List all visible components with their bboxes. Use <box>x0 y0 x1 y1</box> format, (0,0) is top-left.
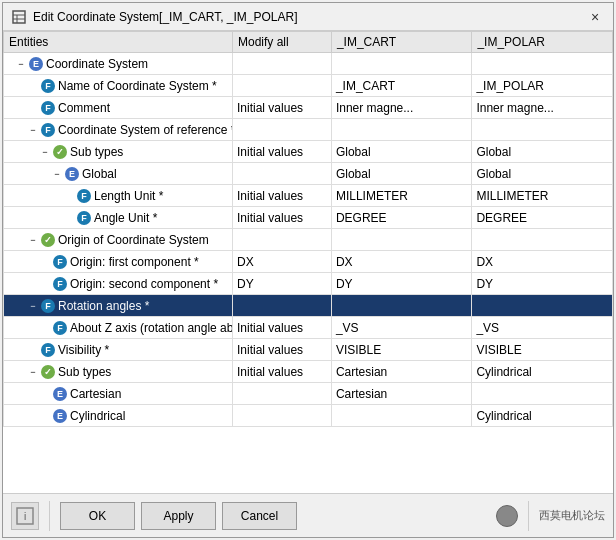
cart-cell <box>331 405 472 427</box>
row-label: Angle Unit * <box>94 211 157 225</box>
table-row: −FCoordinate System of reference * <box>4 119 613 141</box>
row-icon: F <box>41 299 55 313</box>
polar-cell <box>472 53 613 75</box>
entity-cell-cylindrical: ECylindrical <box>4 405 233 427</box>
polar-cell <box>472 119 613 141</box>
modify-cell: Initial values <box>233 207 332 229</box>
table-row: FAbout Z axis (rotation angle about .Ini… <box>4 317 613 339</box>
table-container: Entities Modify all _IM_CART _IM_POLAR −… <box>3 31 613 493</box>
expand-icon[interactable]: − <box>28 301 38 311</box>
modify-cell: Initial values <box>233 317 332 339</box>
row-label: Visibility * <box>58 343 109 357</box>
modify-cell: Initial values <box>233 361 332 383</box>
row-label: About Z axis (rotation angle about . <box>70 321 233 335</box>
row-label: Comment <box>58 101 110 115</box>
row-icon: ✓ <box>41 233 55 247</box>
entity-cell-coordinate-system: −ECoordinate System <box>4 53 233 75</box>
row-icon: F <box>41 101 55 115</box>
row-icon: F <box>41 343 55 357</box>
entity-cell-about-z: FAbout Z axis (rotation angle about . <box>4 317 233 339</box>
row-icon: F <box>77 211 91 225</box>
title-bar-left: Edit Coordinate System[_IM_CART, _IM_POL… <box>11 9 298 25</box>
cart-cell <box>331 295 472 317</box>
modify-cell <box>233 53 332 75</box>
row-label: Rotation angles * <box>58 299 149 313</box>
entity-cell-coord-ref: −FCoordinate System of reference * <box>4 119 233 141</box>
table-row: −✓Sub typesInitial valuesGlobalGlobal <box>4 141 613 163</box>
polar-cell: DEGREE <box>472 207 613 229</box>
polar-cell: _VS <box>472 317 613 339</box>
row-icon: E <box>53 409 67 423</box>
table-row: FName of Coordinate System *_IM_CART_IM_… <box>4 75 613 97</box>
close-button[interactable]: × <box>585 7 605 27</box>
row-icon: F <box>53 277 67 291</box>
expand-icon[interactable]: − <box>28 367 38 377</box>
header-entities: Entities <box>4 32 233 53</box>
expand-icon[interactable]: − <box>40 147 50 157</box>
row-label: Length Unit * <box>94 189 163 203</box>
polar-cell: DY <box>472 273 613 295</box>
polar-cell: _IM_POLAR <box>472 75 613 97</box>
ok-button[interactable]: OK <box>60 502 135 530</box>
modify-cell: Initial values <box>233 97 332 119</box>
cart-cell: VISIBLE <box>331 339 472 361</box>
polar-cell: Cylindrical <box>472 361 613 383</box>
entity-cell-origin: −✓Origin of Coordinate System <box>4 229 233 251</box>
table-row: FAngle Unit *Initial valuesDEGREEDEGREE <box>4 207 613 229</box>
table-row: ECartesianCartesian <box>4 383 613 405</box>
row-icon: F <box>53 321 67 335</box>
entity-cell-length-unit: FLength Unit * <box>4 185 233 207</box>
window-icon <box>11 9 27 25</box>
cancel-button[interactable]: Cancel <box>222 502 297 530</box>
table-row: FOrigin: second component *DYDYDY <box>4 273 613 295</box>
cart-cell: _VS <box>331 317 472 339</box>
modify-cell <box>233 295 332 317</box>
cart-cell <box>331 229 472 251</box>
table-row: ECylindricalCylindrical <box>4 405 613 427</box>
expand-icon[interactable]: − <box>16 59 26 69</box>
row-label: Origin: first component * <box>70 255 199 269</box>
modify-cell <box>233 405 332 427</box>
apply-button[interactable]: Apply <box>141 502 216 530</box>
svg-text:i: i <box>24 511 26 522</box>
cart-cell: MILLIMETER <box>331 185 472 207</box>
modify-cell <box>233 75 332 97</box>
header-polar: _IM_POLAR <box>472 32 613 53</box>
row-label: Coordinate System of reference * <box>58 123 233 137</box>
polar-cell: MILLIMETER <box>472 185 613 207</box>
row-icon: F <box>77 189 91 203</box>
footer-divider <box>49 501 50 531</box>
modify-cell <box>233 163 332 185</box>
entity-cell-angle-unit: FAngle Unit * <box>4 207 233 229</box>
expand-icon[interactable]: − <box>28 125 38 135</box>
row-icon: F <box>53 255 67 269</box>
entities-table: Entities Modify all _IM_CART _IM_POLAR −… <box>3 31 613 427</box>
status-circle <box>496 505 518 527</box>
entity-cell-subtypes2: −✓Sub types <box>4 361 233 383</box>
row-icon: F <box>41 79 55 93</box>
row-icon: F <box>41 123 55 137</box>
window-title: Edit Coordinate System[_IM_CART, _IM_POL… <box>33 10 298 24</box>
entity-cell-rotation-angles: −FRotation angles * <box>4 295 233 317</box>
table-row: FOrigin: first component *DXDXDX <box>4 251 613 273</box>
expand-icon[interactable]: − <box>52 169 62 179</box>
entity-cell-visibility: FVisibility * <box>4 339 233 361</box>
svg-rect-0 <box>13 11 25 23</box>
table-row: −ECoordinate System <box>4 53 613 75</box>
polar-cell: VISIBLE <box>472 339 613 361</box>
polar-cell: DX <box>472 251 613 273</box>
title-bar: Edit Coordinate System[_IM_CART, _IM_POL… <box>3 3 613 31</box>
modify-cell <box>233 229 332 251</box>
header-cart: _IM_CART <box>331 32 472 53</box>
cart-cell: Inner magne... <box>331 97 472 119</box>
modify-cell: Initial values <box>233 141 332 163</box>
table-row: FLength Unit *Initial valuesMILLIMETERMI… <box>4 185 613 207</box>
table-row: −✓Sub typesInitial valuesCartesianCylind… <box>4 361 613 383</box>
cart-cell: DX <box>331 251 472 273</box>
entity-cell-subtypes1: −✓Sub types <box>4 141 233 163</box>
entity-cell-name: FName of Coordinate System * <box>4 75 233 97</box>
row-label: Sub types <box>58 365 111 379</box>
cart-cell: _IM_CART <box>331 75 472 97</box>
expand-icon[interactable]: − <box>28 235 38 245</box>
table-row: FVisibility *Initial valuesVISIBLEVISIBL… <box>4 339 613 361</box>
